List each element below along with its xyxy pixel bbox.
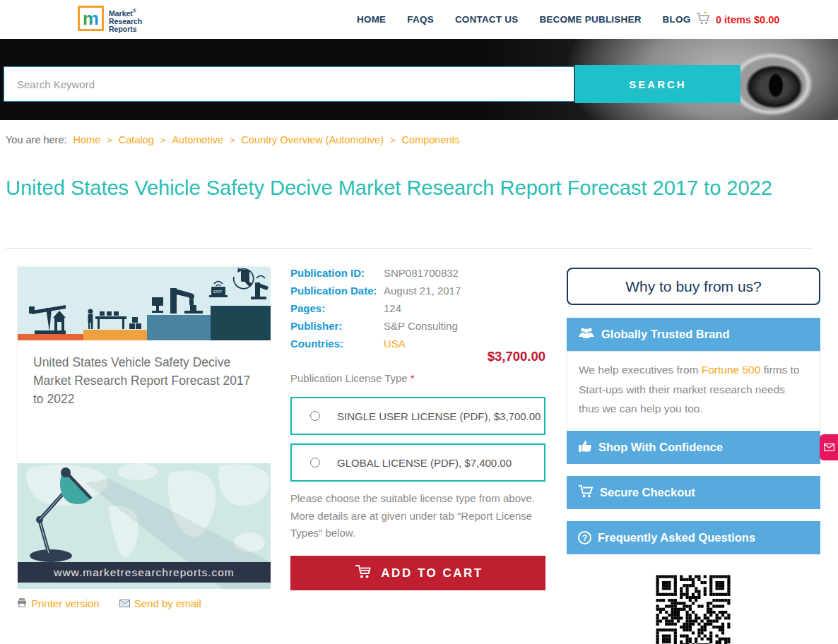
envelope-icon	[824, 441, 834, 454]
report-cover-map: www.marketresearchreports.com	[18, 463, 271, 589]
shop-with-confidence-banner[interactable]: Shop With Confidence	[567, 431, 820, 464]
nav-faqs[interactable]: FAQS	[407, 14, 434, 25]
main-nav: HOME FAQS CONTACT US BECOME PUBLISHER BL…	[357, 0, 690, 39]
detail-row-publication-id: Publication ID:SNP081700832	[290, 267, 545, 285]
license-option-global[interactable]: GLOBAL LICENSE (PDF), $7,400.00	[290, 443, 545, 482]
site-header: m Market® Research Reports HOME FAQS CON…	[0, 0, 838, 39]
send-by-email-link[interactable]: Send by email	[119, 597, 201, 609]
logo-mark: m	[78, 6, 104, 31]
publication-details: Publication ID:SNP081700832 Publication …	[290, 266, 545, 598]
license-note: Please choose the suitable license type …	[290, 490, 545, 542]
search-button[interactable]: SEARCH	[575, 65, 740, 103]
detail-row-pages: Pages:124	[290, 302, 545, 320]
nav-home[interactable]: HOME	[357, 14, 386, 25]
header-cart[interactable]: 0 items $0.00	[696, 0, 779, 39]
breadcrumb-automotive[interactable]: Automotive	[172, 134, 223, 145]
site-logo[interactable]: m Market® Research Reports	[78, 6, 142, 33]
add-to-cart-button[interactable]: ADD TO CART	[290, 556, 545, 590]
detail-row-publication-date: Publication Date:August 21, 2017	[290, 285, 545, 302]
breadcrumb-home[interactable]: Home	[73, 134, 101, 145]
breadcrumb: You are here: Home > Catalog > Automotiv…	[6, 134, 460, 145]
secure-checkout-banner[interactable]: Secure Checkout	[567, 476, 820, 509]
thumbs-up-icon	[578, 439, 592, 455]
report-action-links: Printer version Send by email	[17, 597, 201, 609]
nav-contact-us[interactable]: CONTACT US	[455, 14, 519, 25]
license-type-label: Publication License Type *	[290, 372, 415, 384]
title-divider	[6, 248, 811, 249]
why-to-buy-box: Why to buy from us?	[567, 268, 820, 305]
search-input[interactable]	[4, 66, 574, 102]
breadcrumb-country-overview[interactable]: Country Overview (Automotive)	[242, 134, 384, 145]
page: m Market® Research Reports HOME FAQS CON…	[0, 0, 838, 644]
detail-row-publisher: Publisher:S&P Consulting	[290, 320, 545, 338]
printer-icon	[17, 597, 27, 609]
breadcrumb-prefix: You are here:	[6, 134, 67, 145]
cart-icon	[696, 12, 711, 28]
license-option-single-user[interactable]: SINGLE USER LICENSE (PDF), $3,700.00	[290, 397, 545, 435]
logo-wordmark: Market® Research Reports	[109, 6, 142, 33]
cart-count-label: 0 items $0.00	[716, 14, 779, 25]
svg-text:ERP: ERP	[213, 290, 222, 294]
price: $3,700.00	[290, 349, 545, 364]
report-cover-title: United States Vehicle Safety Decive Mark…	[33, 353, 255, 408]
countries-usa-link[interactable]: USA	[384, 338, 406, 350]
globally-trusted-brand-banner[interactable]: Globally Trusted Brand	[567, 318, 820, 351]
printer-version-link[interactable]: Printer version	[17, 597, 100, 609]
fortune-500-link[interactable]: Fortune 500	[702, 364, 761, 376]
logo-m-letter: m	[83, 9, 99, 28]
breadcrumb-catalog[interactable]: Catalog	[119, 134, 154, 145]
people-icon	[578, 327, 595, 342]
trusted-brand-text: We help executives from Fortune 500 firm…	[567, 351, 820, 429]
banner-image: SEARCH	[0, 39, 838, 120]
report-cover-illustration: ERP	[18, 267, 271, 340]
contact-email-tab[interactable]	[820, 434, 838, 460]
faq-banner[interactable]: ? Frequently Asked Questions	[567, 521, 820, 554]
qr-code	[654, 573, 732, 644]
required-asterisk: *	[411, 372, 415, 384]
global-license-radio[interactable]	[310, 458, 320, 467]
report-cover-title-card: United States Vehicle Safety Decive Mark…	[18, 340, 271, 463]
nav-become-publisher[interactable]: BECOME PUBLISHER	[539, 14, 641, 25]
cart-icon	[353, 564, 372, 583]
email-icon	[119, 597, 130, 609]
question-icon: ?	[578, 531, 591, 544]
breadcrumb-components[interactable]: Components	[402, 134, 460, 145]
report-cover-image[interactable]: ERP United States Vehicle Safety Decive …	[17, 266, 270, 588]
sidebar: Why to buy from us? Globally Trusted Bra…	[567, 266, 820, 644]
single-user-license-radio[interactable]	[310, 411, 320, 421]
nav-blog[interactable]: BLOG	[663, 14, 691, 25]
cart-icon	[578, 485, 594, 501]
page-title: United States Vehicle Safety Decive Mark…	[6, 172, 818, 203]
cover-website-url: www.marketresearchreports.com	[53, 566, 235, 578]
